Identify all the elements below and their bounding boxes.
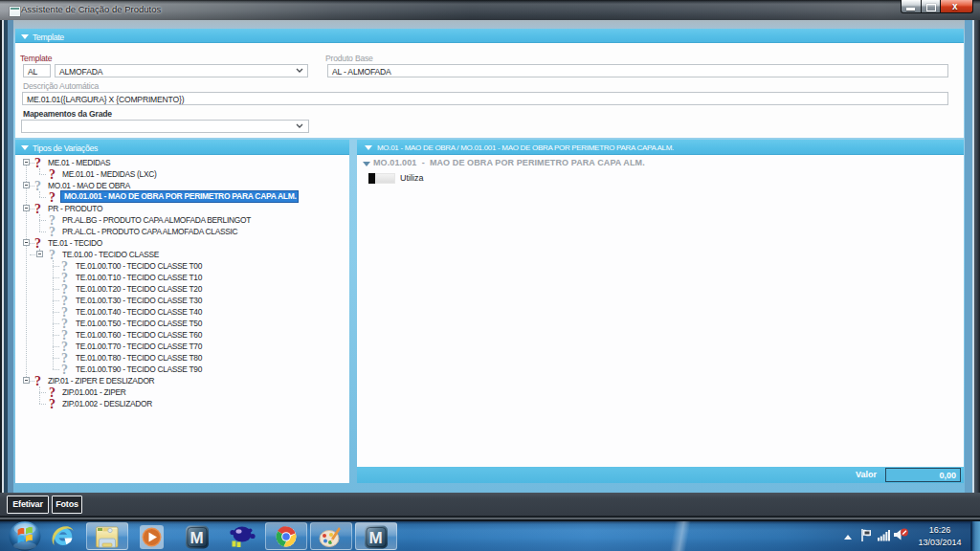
svg-text:M: M bbox=[190, 529, 204, 547]
svg-text:M: M bbox=[369, 529, 383, 547]
